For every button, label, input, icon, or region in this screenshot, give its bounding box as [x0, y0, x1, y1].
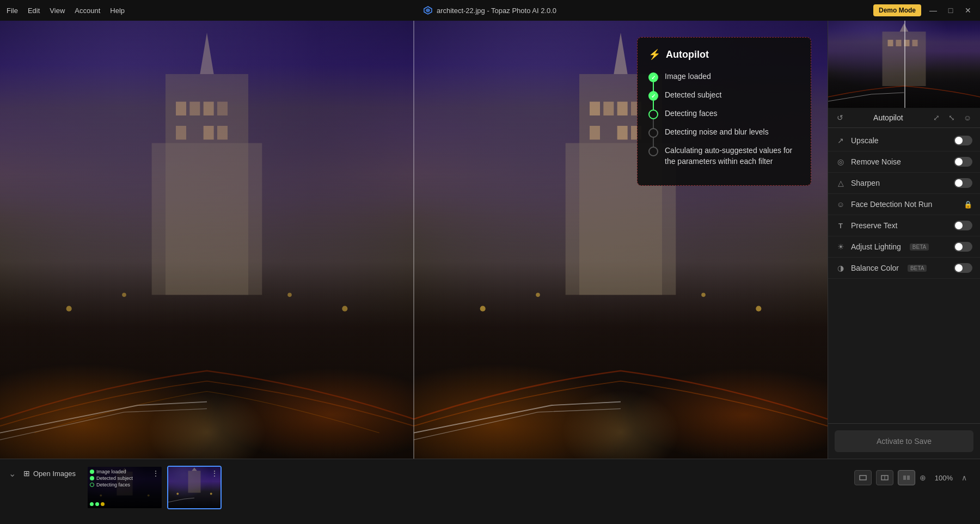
close-button[interactable]: ✕ — [963, 6, 973, 15]
right-panel: ↺ Autopilot ⤢ ⤡ ☺ ↗ Upscale — [828, 21, 980, 459]
svg-rect-7 — [204, 102, 214, 115]
svg-rect-23 — [590, 126, 600, 139]
thumb1-step1: Image loaded — [90, 469, 160, 474]
autopilot-bolt-icon: ⚡ — [648, 48, 660, 60]
thumb2-more-button[interactable]: ⋮ — [211, 469, 218, 478]
sharpen-icon: △ — [836, 178, 846, 188]
collapse-button[interactable]: ⌄ — [9, 468, 16, 479]
thumb1-status-dot-green2 — [95, 502, 99, 506]
single-view-icon — [859, 475, 867, 480]
step-text-4: Detecting noise and blur levels — [665, 127, 769, 138]
filter-text-right — [954, 221, 972, 230]
thumb1-step2: Detected subject — [90, 476, 160, 481]
maximize-button[interactable]: □ — [945, 6, 956, 15]
titlebar: File Edit View Account Help architect-22… — [0, 0, 980, 21]
face-panel-icon[interactable]: ☺ — [961, 112, 973, 123]
filter-sharpen-right — [954, 178, 972, 188]
thumb1-status-dot-green — [90, 502, 94, 506]
balance-color-toggle[interactable] — [954, 263, 972, 273]
sharpen-toggle[interactable] — [954, 178, 972, 188]
thumb1-step3-text: Detecting faces — [96, 482, 130, 488]
thumb1-dot3 — [90, 483, 94, 487]
filter-balance-color[interactable]: ◑ Balance Color BETA — [828, 258, 980, 279]
thumb1-step1-text: Image loaded — [96, 469, 126, 474]
svg-rect-48 — [907, 476, 910, 480]
svg-rect-9 — [176, 126, 186, 139]
upscale-toggle[interactable] — [954, 136, 972, 145]
thumbnail-item-2[interactable]: ⋮ — [167, 466, 222, 509]
autopilot-header: ⚡ Autopilot — [648, 48, 800, 60]
filter-sharpen-left: △ Sharpen — [836, 178, 880, 188]
adjust-lighting-toggle[interactable] — [954, 242, 972, 252]
filter-color-right — [954, 263, 972, 273]
thumbnail-split-line — [904, 21, 905, 108]
svg-rect-47 — [903, 476, 906, 480]
filter-lighting-right — [954, 242, 972, 252]
filter-adjust-lighting[interactable]: ☀ Adjust Lighting BETA — [828, 236, 980, 258]
svg-rect-40 — [188, 471, 201, 492]
thumb1-step2-text: Detected subject — [96, 476, 133, 481]
svg-point-15 — [342, 306, 347, 312]
autopilot-step-3: Detecting faces — [648, 108, 800, 119]
step-check-2: ✓ — [651, 93, 656, 99]
autopilot-panel-label: Autopilot — [873, 113, 903, 122]
view-single-button[interactable] — [854, 470, 872, 485]
thumbnail-item-1[interactable]: Image loaded Detected subject Detecting … — [87, 466, 163, 509]
open-images-button[interactable]: ⊞ Open Images — [19, 467, 80, 480]
svg-point-14 — [287, 293, 292, 297]
thumbnail-strip: Image loaded Detected subject Detecting … — [82, 464, 848, 511]
fullscreen-icon[interactable]: ⤡ — [946, 112, 957, 123]
svg-rect-32 — [888, 40, 893, 46]
split-view-icon — [903, 475, 910, 480]
svg-point-27 — [536, 293, 540, 297]
step-check-1: ✓ — [651, 75, 656, 81]
activate-save-button[interactable]: Activate to Save — [835, 430, 973, 452]
minimize-button[interactable]: — — [928, 6, 939, 15]
svg-rect-10 — [204, 126, 214, 139]
thumb1-more-button[interactable]: ⋮ — [152, 469, 160, 478]
filter-upscale-right — [954, 136, 972, 145]
svg-point-28 — [701, 293, 706, 297]
svg-rect-11 — [217, 126, 228, 139]
upscale-label: Upscale — [851, 136, 879, 145]
thumb1-status-dots — [90, 502, 105, 506]
preserve-text-label: Preserve Text — [851, 221, 897, 230]
view-split-button[interactable] — [898, 470, 915, 485]
filter-remove-noise[interactable]: ◎ Remove Noise — [828, 151, 980, 173]
menu-view[interactable]: View — [50, 7, 65, 15]
menu-edit[interactable]: Edit — [28, 7, 40, 15]
autopilot-title: Autopilot — [666, 49, 709, 60]
step-indicator-5 — [648, 147, 658, 156]
menu-help[interactable]: Help — [110, 7, 125, 15]
view-mirror-button[interactable] — [876, 470, 893, 485]
svg-marker-18 — [614, 33, 627, 74]
topaz-logo — [424, 6, 432, 15]
filter-preserve-text[interactable]: T Preserve Text — [828, 215, 980, 236]
noise-toggle[interactable] — [954, 157, 972, 167]
building-svg-left — [0, 21, 414, 459]
main-area: ⚡ Autopilot ✓ Image loaded ✓ — [0, 21, 980, 459]
upscale-icon: ↗ — [836, 136, 846, 145]
filter-lighting-left: ☀ Adjust Lighting BETA — [836, 242, 929, 252]
chevron-up-icon[interactable]: ∧ — [961, 473, 967, 482]
preserve-text-icon: T — [836, 221, 846, 230]
filter-face-detection[interactable]: ☺ Face Detection Not Run 🔒 — [828, 194, 980, 215]
filter-sharpen[interactable]: △ Sharpen — [828, 173, 980, 194]
face-detection-label: Face Detection Not Run — [851, 200, 932, 209]
app-title-text: architect-22.jpg - Topaz Photo AI 2.0.0 — [437, 7, 556, 15]
preserve-text-toggle[interactable] — [954, 221, 972, 230]
svg-point-42 — [176, 493, 179, 495]
crop-icon[interactable]: ⤢ — [931, 112, 942, 123]
window-title: architect-22.jpg - Topaz Photo AI 2.0.0 — [424, 6, 556, 15]
menu-file[interactable]: File — [7, 7, 18, 15]
zoom-in-icon[interactable]: ⊕ — [920, 473, 926, 482]
filter-upscale[interactable]: ↗ Upscale — [828, 130, 980, 151]
demo-mode-button[interactable]: Demo Mode — [873, 4, 921, 16]
autopilot-refresh-icon[interactable]: ↺ — [835, 112, 846, 123]
autopilot-step-5: Calculating auto-suggested values for th… — [648, 145, 800, 167]
step-text-1: Image loaded — [665, 71, 711, 82]
window-controls: Demo Mode — □ ✕ — [873, 4, 973, 16]
svg-rect-24 — [617, 126, 628, 139]
zoom-level: 100% — [930, 474, 957, 482]
menu-account[interactable]: Account — [75, 7, 100, 15]
